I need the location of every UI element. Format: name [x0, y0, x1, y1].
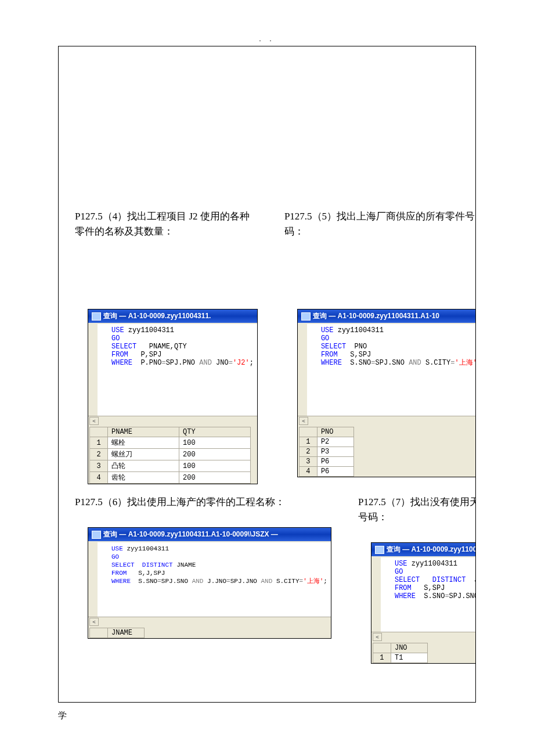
question-6-heading: P127.5（6）找出使用上海产的零件的工程名称： — [63, 495, 335, 516]
question-4-heading: P127.5（4）找出工程项目 J2 使用的各种零件的名称及其数量： — [63, 209, 261, 245]
q4-sql-editor[interactable]: USE zyy11004311 GO SELECT PNAME,QTY FROM… — [88, 323, 257, 416]
window-icon — [301, 312, 311, 321]
q6-sql-editor[interactable]: USE zyy11004311 GO SELECT DISTINCT JNAME… — [88, 541, 331, 617]
window-icon — [92, 531, 101, 539]
column-header: JNAME — [108, 628, 145, 638]
scroll-left-icon[interactable]: < — [299, 417, 308, 425]
screenshot-q7: 查询 — A1-10-0009.zyy11004311.A1-10 USE zy… — [371, 542, 476, 664]
screenshot-q6: 查询 — A1-10-0009.zyy11004311.A1-10-0009\\… — [88, 527, 331, 639]
table-row[interactable]: 2P3 — [299, 447, 353, 457]
table-row[interactable]: 3P6 — [299, 457, 353, 467]
column-header: PNO — [317, 427, 353, 437]
table-row[interactable]: 4P6 — [299, 467, 353, 477]
window-icon — [92, 312, 101, 321]
table-row[interactable]: 1T1 — [373, 653, 427, 663]
column-header: QTY — [179, 427, 251, 437]
screenshot-q4: 查询 — A1-10-0009.zyy11004311. USE zyy1100… — [88, 309, 258, 484]
q5-scrollbar[interactable]: < — [298, 416, 476, 426]
table-row[interactable]: 4齿轮200 — [90, 472, 251, 484]
column-header: PNAME — [108, 427, 179, 437]
q6-scrollbar[interactable]: < — [88, 617, 331, 627]
table-row[interactable]: 1P2 — [299, 437, 353, 447]
screenshot-q5: 查询 — A1-10-0009.zyy11004311.A1-10 USE zy… — [297, 309, 476, 477]
scroll-left-icon[interactable]: < — [89, 417, 99, 425]
q5-window-titlebar: 查询 — A1-10-0009.zyy11004311.A1-10 — [298, 309, 476, 323]
q4-result-grid: PNAMEQTY1螺栓1002螺丝刀2003凸轮1004齿轮200 — [88, 426, 257, 484]
q5-window-title: 查询 — A1-10-0009.zyy11004311.A1-10 — [313, 311, 439, 321]
column-header: JNO — [391, 643, 427, 653]
question-7-heading: P127.5（7）找出没有使用天津产的零件的工程号码： — [347, 495, 476, 531]
q4-window-title: 查询 — A1-10-0009.zyy11004311. — [103, 311, 211, 321]
q6-window-title: 查询 — A1-10-0009.zyy11004311.A1-10-0009\\… — [103, 530, 278, 539]
q7-sql-editor[interactable]: USE zyy11004311 GO SELECT DISTINCT JNO F… — [371, 556, 476, 632]
q6-window-titlebar: 查询 — A1-10-0009.zyy11004311.A1-10-0009\\… — [88, 528, 331, 541]
header-dots: . . — [0, 35, 534, 46]
q5-sql-editor[interactable]: USE zyy11004311 GO SELECT PNO FROM S,SPJ… — [298, 323, 476, 416]
q7-window-title: 查询 — A1-10-0009.zyy11004311.A1-10 — [387, 545, 476, 555]
table-row[interactable]: 1螺栓100 — [90, 437, 251, 449]
q4-window-titlebar: 查询 — A1-10-0009.zyy11004311. — [88, 309, 257, 323]
q6-result-grid: JNAME — [88, 627, 331, 638]
q4-scrollbar[interactable]: < — [88, 416, 257, 426]
table-row[interactable]: 3凸轮100 — [90, 460, 251, 472]
scroll-left-icon[interactable]: < — [89, 618, 99, 626]
table-row[interactable]: 2螺丝刀200 — [90, 449, 251, 460]
scroll-left-icon[interactable]: < — [373, 633, 382, 641]
page-content-frame: P127.5（4）找出工程项目 J2 使用的各种零件的名称及其数量： 查询 — … — [58, 46, 476, 703]
q7-result-grid: JNO1T1 — [371, 642, 476, 663]
q5-result-grid: PNO1P22P33P64P6 — [298, 426, 476, 477]
q7-window-titlebar: 查询 — A1-10-0009.zyy11004311.A1-10 — [371, 543, 476, 556]
window-icon — [375, 546, 384, 554]
question-5-heading: P127.5（5）找出上海厂商供应的所有零件号码： — [273, 209, 476, 245]
q7-scrollbar[interactable]: < — [371, 632, 476, 642]
